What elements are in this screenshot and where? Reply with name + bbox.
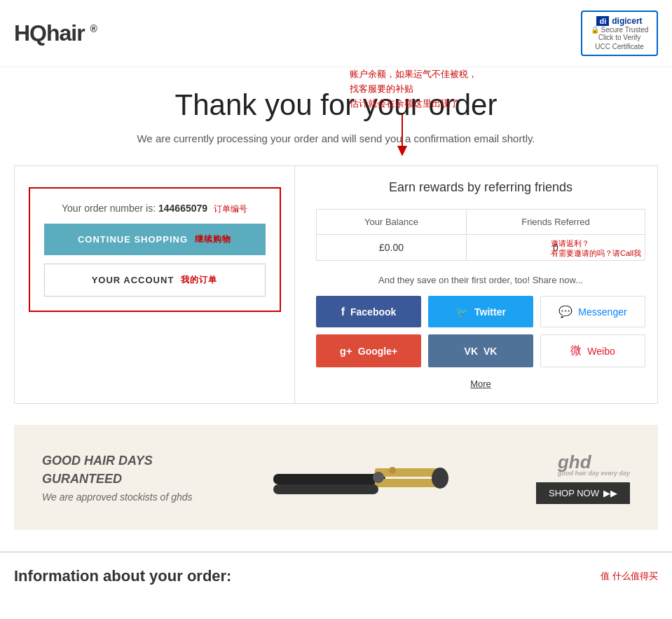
more-link[interactable]: More — [470, 379, 491, 389]
ghd-right-block: ghd good hair day every day SHOP NOW ▶▶ — [536, 451, 630, 504]
badge-click: Click to Verify — [598, 34, 641, 41]
page-header: HQhair ® di digicert 🔒 Secure Trusted Cl… — [0, 0, 672, 67]
facebook-icon: f — [341, 306, 345, 318]
balance-value: £0.00 — [317, 235, 467, 261]
messenger-icon: 💬 — [558, 305, 572, 318]
social-row-1: f Facebook 🐦 Twitter 💬 Messenger — [316, 296, 645, 327]
twitter-share-button[interactable]: 🐦 Twitter — [428, 296, 533, 327]
rewards-table: Your Balance Friends Referred £0.00 0 邀请… — [316, 209, 645, 261]
svg-point-7 — [389, 467, 396, 474]
ghd-line2: GURANTEED — [42, 470, 193, 488]
rewards-title: Earn rewards by referring friends — [316, 180, 645, 195]
friends-header: Friends Referred — [466, 210, 645, 235]
twitter-icon: 🐦 — [455, 306, 469, 318]
friends-annotation: 邀请返利？ 有需要邀请的吗？请Call我 — [551, 238, 641, 259]
order-number: 144665079 — [158, 203, 207, 214]
friends-value: 0 邀请返利？ 有需要邀请的吗？请Call我 — [466, 235, 645, 261]
ghd-line3: We are approved stockists of ghds — [42, 491, 193, 503]
ghd-banner: GOOD HAIR DAYS GURANTEED We are approved… — [14, 425, 658, 530]
order-box: Your order number is: 144665079 订单编号 CON… — [29, 187, 281, 312]
badge-brand: di digicert — [596, 16, 642, 26]
annotation-arrow — [392, 114, 477, 161]
svg-rect-2 — [273, 474, 385, 484]
svg-point-5 — [432, 468, 448, 489]
weibo-share-button[interactable]: 微 Weibo — [540, 334, 645, 367]
continue-shopping-button[interactable]: CONTINUE SHOPPING 继续购物 — [44, 224, 266, 255]
balance-header: Your Balance — [317, 210, 467, 235]
right-panel: Earn rewards by referring friends Your B… — [295, 166, 666, 403]
info-section: Information about your order: 值 什么值得买 — [0, 551, 672, 599]
badge-secure: 🔒 Secure Trusted — [591, 26, 649, 34]
thank-you-section: Thank you for your order We are currentl… — [0, 74, 672, 165]
svg-point-6 — [373, 472, 384, 483]
badge-ucc: UCC Certificate — [595, 43, 643, 50]
ghd-logo: ghd good hair day every day — [558, 451, 630, 477]
svg-rect-4 — [375, 479, 438, 487]
social-share-grid: f Facebook 🐦 Twitter 💬 Messenger g+ Goog… — [316, 296, 645, 367]
svg-marker-1 — [397, 146, 407, 156]
arrow-right-icon: ▶▶ — [603, 488, 617, 498]
main-content: Your order number is: 144665079 订单编号 CON… — [14, 165, 658, 404]
site-logo: HQhair ® — [14, 20, 97, 46]
google-icon: g+ — [340, 345, 352, 357]
share-text: And they save on their first order, too!… — [316, 275, 645, 285]
ghd-line1: GOOD HAIR DAYS — [42, 452, 193, 470]
shop-now-button[interactable]: SHOP NOW ▶▶ — [536, 482, 630, 504]
vk-share-button[interactable]: VK VK — [428, 334, 533, 367]
facebook-share-button[interactable]: f Facebook — [316, 296, 421, 327]
social-row-2: g+ Google+ VK VK 微 Weibo — [316, 334, 645, 367]
vk-icon: VK — [465, 346, 478, 357]
thank-you-subtitle: We are currently processing your order a… — [28, 132, 644, 144]
svg-rect-3 — [375, 468, 438, 477]
google-share-button[interactable]: g+ Google+ — [316, 334, 421, 367]
watermark-text: 值 什么值得买 — [601, 570, 658, 583]
annotation-section: 账户余额，如果运气不佳被税， 找客服要的补贴 估计就会在余额这里出现了 Than… — [0, 67, 672, 165]
svg-rect-8 — [273, 484, 378, 494]
more-link-container: More — [316, 378, 645, 389]
order-number-row: Your order number is: 144665079 订单编号 — [62, 203, 247, 215]
thank-you-title: Thank you for your order — [28, 88, 644, 122]
digicert-badge[interactable]: di digicert 🔒 Secure Trusted Click to Ve… — [581, 11, 658, 56]
ghd-text-block: GOOD HAIR DAYS GURANTEED We are approved… — [42, 452, 193, 502]
info-title: Information about your order: — [14, 567, 231, 585]
left-panel: Your order number is: 144665079 订单编号 CON… — [15, 166, 295, 403]
weibo-icon: 微 — [570, 343, 582, 358]
your-account-button[interactable]: YOUR ACCOUNT 我的订单 — [44, 264, 266, 297]
annotation-text: 账户余额，如果运气不佳被税， 找客服要的补贴 估计就会在余额这里出现了 — [350, 67, 477, 161]
ghd-product-image — [193, 446, 536, 509]
messenger-share-button[interactable]: 💬 Messenger — [540, 296, 645, 327]
